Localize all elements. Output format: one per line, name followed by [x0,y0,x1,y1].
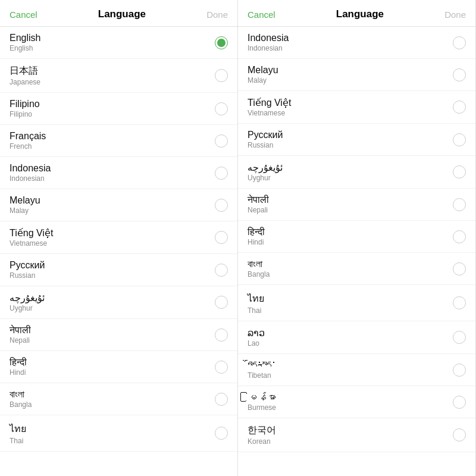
language-name: ئۇيغۇرچە [248,162,283,173]
language-subtitle: Uyghur [10,304,45,312]
language-name: Indonesia [248,33,289,43]
radio-button[interactable] [453,364,466,377]
list-item[interactable]: မြန်မာBurmese [238,386,475,418]
language-name: Indonesia [10,163,51,174]
radio-button[interactable] [453,198,466,211]
radio-button[interactable] [453,396,466,409]
language-name: ไทย [10,421,26,436]
right-cancel-button[interactable]: Cancel [248,10,275,20]
language-subtitle: Bangla [10,400,32,409]
language-name: ئۇيغۇرچە [10,292,45,303]
language-name: ไทย [248,291,264,306]
language-subtitle: Tibetan [248,371,276,380]
language-name: Filipino [10,99,40,109]
list-item[interactable]: ລາວLao [238,321,475,354]
language-subtitle: Vietnamese [10,239,53,248]
radio-button[interactable] [215,361,228,374]
language-subtitle: Nepali [248,206,269,214]
list-item[interactable]: IndonesiaIndonesian [238,27,475,59]
list-item[interactable]: Tiếng ViệtVietnamese [238,91,475,124]
list-item[interactable]: FilipinoFilipino [0,93,237,125]
list-item[interactable]: বাংলাBangla [0,383,237,415]
language-name: Melayu [10,195,40,206]
language-name: Tiếng Việt [248,97,291,108]
list-item[interactable]: ไทยThai [238,285,475,321]
radio-button[interactable] [215,231,228,244]
list-item[interactable]: EnglishEnglish [0,27,237,59]
radio-inner-dot [217,39,226,47]
language-subtitle: Malay [248,76,278,84]
language-name: 한국어 [248,424,276,437]
language-name: Melayu [248,65,278,76]
language-subtitle: Hindi [10,368,27,377]
radio-button[interactable] [215,102,228,115]
list-item[interactable]: हिन्दीHindi [0,351,237,383]
list-item[interactable]: 한국어Korean [238,418,475,452]
language-name: हिन्दी [10,357,27,368]
language-name: བོད་སྐད་ [248,360,276,371]
radio-button[interactable] [453,428,466,441]
list-item[interactable]: नेपालीNepali [238,189,475,221]
radio-button[interactable] [215,134,228,148]
language-subtitle: Thai [248,306,264,315]
language-subtitle: French [10,142,46,151]
radio-button[interactable] [215,427,228,440]
language-subtitle: Uyghur [248,174,283,182]
language-subtitle: Malay [10,206,40,215]
list-item[interactable]: IndonesiaIndonesian [0,157,237,189]
radio-button[interactable] [453,165,466,178]
left-done-button[interactable]: Done [206,10,228,20]
radio-button[interactable] [453,331,466,344]
radio-button[interactable] [215,296,228,309]
language-name: ລາວ [248,327,265,339]
radio-button[interactable] [215,393,228,406]
language-subtitle: Russian [10,271,45,280]
radio-button[interactable] [453,68,466,82]
radio-button[interactable] [453,36,466,49]
list-item[interactable]: 日本語Japanese [0,59,237,93]
language-name: বাংলা [10,389,32,400]
language-name: नेपाली [248,195,269,205]
right-language-list: IndonesiaIndonesianMelayuMalayTiếng Việt… [238,27,475,452]
radio-button[interactable] [215,69,228,82]
radio-button[interactable] [453,262,466,275]
list-item[interactable]: हिन्दीHindi [238,221,475,253]
left-header: Cancel Language Done [0,0,237,27]
right-title: Language [336,8,384,20]
radio-button[interactable] [453,296,466,309]
radio-button[interactable] [453,133,466,146]
radio-button[interactable] [215,199,228,212]
list-item[interactable]: MelayuMalay [0,189,237,221]
left-cancel-button[interactable]: Cancel [10,10,37,20]
list-item[interactable]: Tiếng ViệtVietnamese [0,221,237,254]
language-name: नेपाली [10,325,31,336]
language-subtitle: Bangla [248,270,270,278]
radio-button[interactable] [215,264,228,277]
left-title: Language [98,8,146,20]
language-name: မြန်မာ [248,392,276,403]
list-item[interactable]: РусскийRussian [238,124,475,156]
list-item[interactable]: РусскийRussian [0,254,237,286]
list-item[interactable]: ئۇيغۇرچەUyghur [0,286,237,319]
list-item[interactable]: FrançaisFrench [0,125,237,157]
radio-button[interactable] [215,36,228,49]
list-item[interactable]: ไทยThai [0,415,237,452]
radio-button[interactable] [453,230,466,243]
right-header: Cancel Language Done [238,0,475,27]
list-item[interactable]: བོད་སྐད་Tibetan [238,354,475,386]
language-subtitle: Filipino [10,110,40,118]
list-item[interactable]: ئۇيغۇرچەUyghur [238,156,475,189]
radio-button[interactable] [215,328,228,342]
language-subtitle: Burmese [248,403,276,412]
list-item[interactable]: বাংলাBangla [238,253,475,285]
list-item[interactable]: MelayuMalay [238,59,475,91]
right-done-button[interactable]: Done [444,10,466,20]
radio-button[interactable] [215,167,228,180]
language-subtitle: English [10,44,40,52]
language-subtitle: Nepali [10,336,31,345]
language-name: English [10,33,40,43]
radio-button[interactable] [453,101,466,114]
language-subtitle: Hindi [248,238,265,246]
language-name: 日本語 [10,65,40,77]
list-item[interactable]: नेपालीNepali [0,319,237,351]
